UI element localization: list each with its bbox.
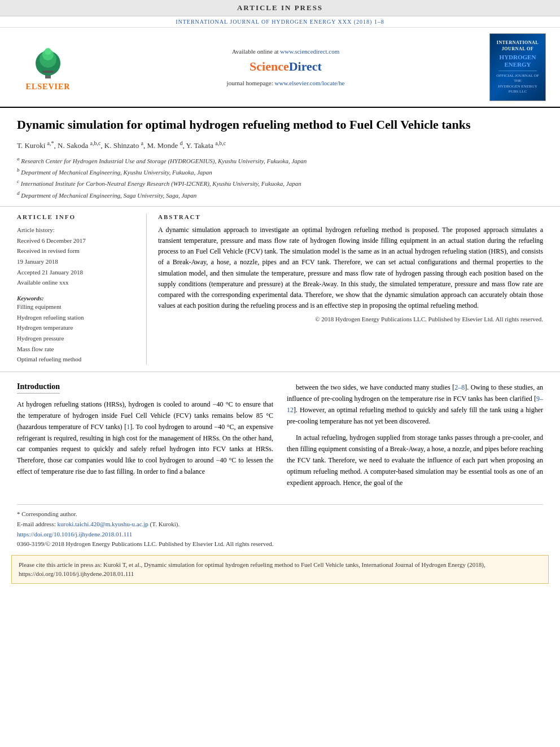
- article-in-press-banner: ARTICLE IN PRESS: [0, 0, 560, 16]
- journal-url-link[interactable]: www.elsevier.com/locate/he: [275, 80, 345, 86]
- affil-d: d Department of Mechanical Engineering, …: [17, 189, 543, 200]
- received-2-label: Received in revised form: [17, 246, 137, 256]
- affiliations: a Research Center for Hydrogen Industria…: [17, 155, 543, 200]
- article-title-section: Dynamic simulation for optimal hydrogen …: [0, 108, 560, 207]
- intro-body-text: At hydrogen refueling stations (HRSs), h…: [17, 399, 273, 478]
- abstract-text: A dynamic simulation approach to investi…: [158, 225, 543, 312]
- email-note: E-mail address: kuroki.taichi.420@m.kyus…: [17, 519, 543, 530]
- affil-b: b Department of Mechanical Engineering, …: [17, 166, 543, 177]
- authors-line: T. Kuroki a,*, N. Sakoda a,b,c, K. Shinz…: [17, 140, 543, 150]
- corresponding-label: * Corresponding author.: [17, 510, 77, 517]
- keyword-filling-equipment: Filling equipment: [17, 302, 137, 312]
- article-info-col: ARTICLE INFO Article history: Received 6…: [17, 213, 147, 365]
- received-1: Received 6 December 2017: [17, 235, 137, 246]
- body-left-col: Introduction At hydrogen refueling stati…: [17, 382, 273, 494]
- journal-homepage: journal homepage: www.elsevier.com/locat…: [227, 80, 345, 86]
- info-abstract-section: ARTICLE INFO Article history: Received 6…: [0, 207, 560, 372]
- elsevier-brand: ELSEVIER: [26, 82, 71, 91]
- header-row: ELSEVIER Available online at www.science…: [0, 28, 560, 108]
- keyword-mass-flow-rate: Mass flow rate: [17, 344, 137, 355]
- elsevier-logo: ELSEVIER: [11, 33, 85, 101]
- cover-detail-text: OFFICIAL JOURNAL OF THEHYDROGEN ENERGY P…: [493, 73, 542, 94]
- ref-2-8-link[interactable]: 2–8: [454, 383, 465, 391]
- intro-paragraph-2: between the two sides, we have conducted…: [287, 382, 543, 427]
- email-name: (T. Kuroki).: [150, 521, 180, 527]
- journal-line: INTERNATIONAL JOURNAL OF HYDROGEN ENERGY…: [0, 16, 560, 28]
- svg-rect-5: [42, 71, 54, 73]
- issn-line: 0360-3199/© 2018 Hydrogen Energy Publica…: [17, 539, 543, 549]
- banner-text: ARTICLE IN PRESS: [237, 3, 323, 12]
- article-info-header: ARTICLE INFO: [17, 213, 137, 220]
- doi-line: https://doi.org/10.1016/j.ijhydene.2018.…: [17, 530, 543, 540]
- keywords-section: Keywords: Filling equipment Hydrogen ref…: [17, 295, 137, 365]
- available-online-text: Available online at www.sciencedirect.co…: [232, 48, 340, 55]
- affil-a: a Research Center for Hydrogen Industria…: [17, 155, 543, 166]
- svg-point-4: [45, 48, 51, 55]
- header-center: Available online at www.sciencedirect.co…: [90, 33, 481, 101]
- citation-text: Please cite this article in press as: Ku…: [19, 561, 485, 578]
- sciencedirect-logo: ScienceDirect: [250, 59, 322, 74]
- article-history: Article history: Received 6 December 201…: [17, 225, 137, 288]
- abstract-copyright: © 2018 Hydrogen Energy Publications LLC.…: [158, 316, 543, 322]
- keywords-label: Keywords:: [17, 295, 137, 302]
- keyword-optimal-refueling: Optimal refueling method: [17, 354, 137, 365]
- keyword-hydrogen-temperature: Hydrogen temperature: [17, 322, 137, 333]
- available-online: Available online xxx: [17, 277, 137, 288]
- keyword-hydrogen-pressure: Hydrogen pressure: [17, 333, 137, 344]
- affil-c: c International Institute for Carbon-Neu…: [17, 177, 543, 189]
- elsevier-tree-icon: [25, 43, 71, 80]
- citation-bar: Please cite this article in press as: Ku…: [11, 555, 549, 584]
- journal-cover: INTERNATIONAL JOURNAL OF HYDROGENENERGY …: [489, 33, 546, 101]
- ref-9-12-link[interactable]: 9–12: [287, 395, 543, 414]
- available-url-link[interactable]: www.sciencedirect.com: [280, 48, 339, 55]
- ref-1-link[interactable]: 1: [126, 423, 130, 431]
- intro-paragraph-3: In actual refueling, hydrogen supplied f…: [287, 433, 543, 488]
- abstract-header: ABSTRACT: [158, 213, 543, 220]
- article-main-title: Dynamic simulation for optimal hydrogen …: [17, 117, 543, 133]
- journal-cover-container: INTERNATIONAL JOURNAL OF HYDROGENENERGY …: [487, 33, 549, 101]
- corresponding-note: * Corresponding author.: [17, 509, 543, 519]
- footnote-section: * Corresponding author. E-mail address: …: [17, 504, 543, 549]
- cover-top-text: INTERNATIONAL JOURNAL OF: [493, 40, 542, 52]
- introduction-title: Introduction: [17, 382, 60, 394]
- journal-line-text: INTERNATIONAL JOURNAL OF HYDROGEN ENERGY…: [176, 19, 384, 25]
- email-label: E-mail address:: [17, 521, 56, 527]
- doi-link[interactable]: https://doi.org/10.1016/j.ijhydene.2018.…: [17, 531, 132, 538]
- body-right-col: between the two sides, we have conducted…: [287, 382, 543, 494]
- email-link[interactable]: kuroki.taichi.420@m.kyushu-u.ac.jp: [57, 521, 148, 527]
- abstract-col: ABSTRACT A dynamic simulation approach t…: [158, 213, 543, 365]
- history-label: Article history:: [17, 225, 137, 235]
- abstract-paragraph: A dynamic simulation approach to investi…: [158, 225, 543, 312]
- body-section: Introduction At hydrogen refueling stati…: [0, 372, 560, 504]
- received-2-date: 19 January 2018: [17, 256, 137, 267]
- intro-body-text-right: between the two sides, we have conducted…: [287, 382, 543, 488]
- accepted-date: Accepted 21 January 2018: [17, 267, 137, 278]
- cover-main-title: HYDROGENENERGY: [500, 54, 536, 68]
- intro-paragraph-1: At hydrogen refueling stations (HRSs), h…: [17, 399, 273, 478]
- keyword-hydrogen-refueling: Hydrogen refueling station: [17, 312, 137, 323]
